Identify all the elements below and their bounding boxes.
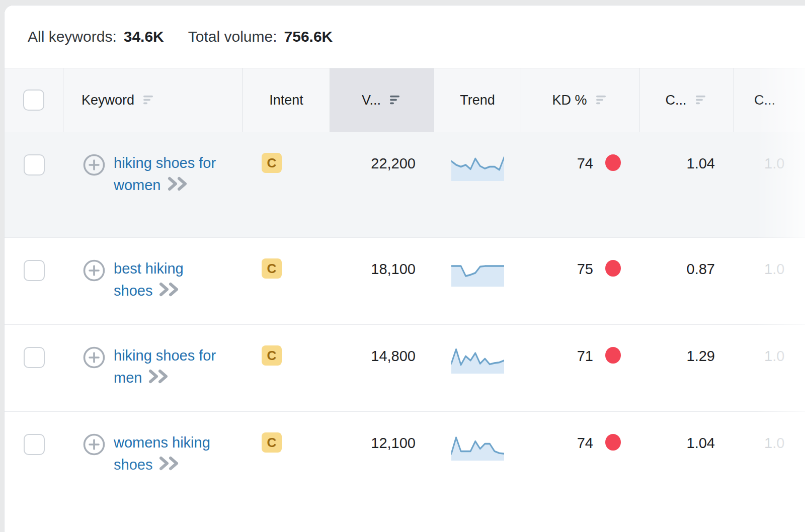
sort-icon[interactable]	[596, 96, 608, 105]
add-keyword-icon[interactable]	[83, 153, 106, 176]
volume-value: 12,100	[371, 435, 416, 532]
table-row: hiking shoes for men C 14,800 71 1.29 1.…	[5, 325, 805, 412]
kd-difficulty-dot	[605, 154, 621, 171]
trend-sparkline	[451, 345, 504, 374]
kd-value: 74	[577, 155, 593, 172]
expand-keyword-icon[interactable]	[167, 176, 189, 192]
column-header-intent[interactable]: Intent	[243, 68, 330, 132]
select-all-cell	[5, 68, 63, 132]
intent-badge[interactable]: C	[262, 432, 282, 453]
kd-value: 75	[577, 261, 593, 278]
keyword-column-label: Keyword	[82, 93, 134, 108]
row-checkbox[interactable]	[24, 154, 45, 175]
trend-column-label: Trend	[460, 93, 495, 108]
summary-bar: All keywords: 34.6K Total volume: 756.6K	[5, 6, 805, 68]
row-checkbox[interactable]	[24, 434, 45, 455]
column-header-volume[interactable]: V...	[330, 68, 434, 132]
volume-column-label: V...	[362, 93, 381, 108]
all-keywords-label: All keywords:	[28, 28, 117, 45]
column-header-cpc[interactable]: C...	[639, 68, 734, 132]
total-volume-label: Total volume:	[188, 28, 277, 45]
competition-value: 1.0	[764, 155, 784, 237]
volume-value: 14,800	[371, 348, 416, 411]
competition-value: 1.0	[764, 435, 784, 532]
expand-keyword-icon[interactable]	[148, 369, 170, 384]
intent-badge[interactable]: C	[262, 258, 282, 279]
expand-keyword-icon[interactable]	[158, 456, 181, 471]
volume-value: 22,200	[371, 155, 416, 237]
row-checkbox[interactable]	[24, 347, 45, 368]
competition-column-label: C...	[754, 93, 775, 108]
intent-badge[interactable]: C	[262, 153, 282, 173]
sort-icon[interactable]	[143, 96, 155, 105]
competition-value: 1.0	[764, 348, 784, 411]
cpc-value: 1.04	[687, 155, 715, 237]
sort-icon[interactable]	[696, 96, 708, 105]
select-all-checkbox[interactable]	[23, 90, 44, 111]
expand-keyword-icon[interactable]	[158, 282, 181, 297]
trend-sparkline	[451, 152, 504, 181]
intent-badge[interactable]: C	[262, 345, 282, 366]
sort-active-icon[interactable]	[390, 96, 402, 105]
add-keyword-icon[interactable]	[83, 346, 106, 369]
table-row: womens hiking shoes C 12,100 74 1.04 1.0	[5, 412, 805, 532]
kd-difficulty-dot	[605, 347, 621, 364]
kd-difficulty-dot	[605, 434, 621, 451]
competition-value: 1.0	[764, 261, 784, 324]
table-row: best hiking shoes C 18,100 75 0.87 1.0	[5, 238, 805, 325]
cpc-value: 0.87	[687, 261, 715, 324]
column-header-kd[interactable]: KD %	[521, 68, 639, 132]
total-volume-stat: Total volume: 756.6K	[188, 28, 333, 45]
all-keywords-stat: All keywords: 34.6K	[28, 28, 164, 45]
column-header-keyword[interactable]: Keyword	[63, 68, 243, 132]
table-row: hiking shoes for women C 22,200 74 1.04 …	[5, 132, 805, 238]
kd-value: 74	[577, 435, 593, 452]
cpc-column-label: C...	[665, 93, 686, 108]
trend-sparkline	[451, 432, 504, 461]
kd-difficulty-dot	[605, 260, 621, 277]
total-volume-value: 756.6K	[284, 28, 333, 45]
keyword-link[interactable]: hiking shoes for women	[114, 155, 216, 193]
column-header-competition[interactable]: C...	[734, 68, 805, 132]
all-keywords-value: 34.6K	[124, 28, 164, 45]
kd-value: 71	[577, 348, 593, 365]
row-checkbox[interactable]	[24, 260, 45, 281]
kd-column-label: KD %	[552, 93, 587, 108]
trend-sparkline	[451, 258, 504, 287]
column-header-trend[interactable]: Trend	[434, 68, 521, 132]
cpc-value: 1.29	[687, 348, 715, 411]
cpc-value: 1.04	[687, 435, 715, 532]
add-keyword-icon[interactable]	[83, 259, 106, 282]
keyword-results-card: All keywords: 34.6K Total volume: 756.6K…	[4, 5, 805, 532]
volume-value: 18,100	[371, 261, 416, 324]
table-header: Keyword Intent V... Trend KD % C...	[5, 68, 805, 132]
intent-column-label: Intent	[269, 93, 303, 108]
add-keyword-icon[interactable]	[83, 433, 106, 456]
